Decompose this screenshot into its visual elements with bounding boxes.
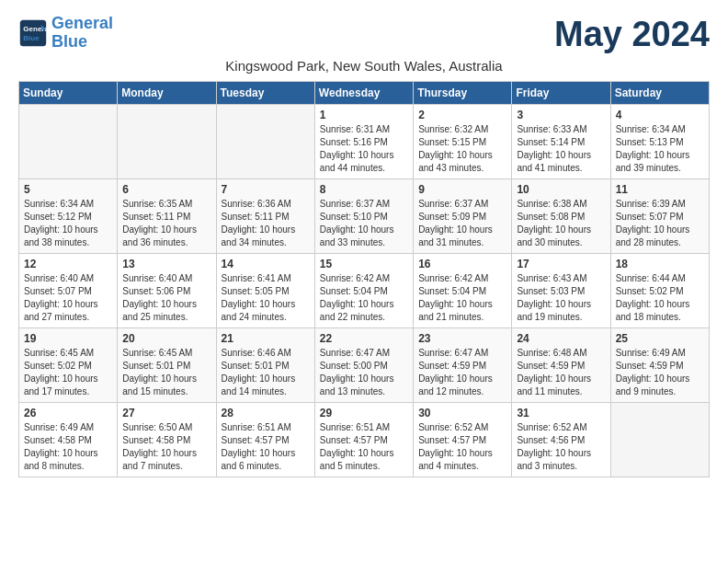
week-row-2: 5Sunrise: 6:34 AM Sunset: 5:12 PM Daylig… [19,179,710,254]
header: General Blue General Blue May 2024 [18,15,710,54]
day-number: 9 [418,183,506,196]
day-info: Sunrise: 6:35 AM Sunset: 5:11 PM Dayligh… [122,198,210,249]
day-number: 2 [418,109,506,121]
day-number: 10 [517,183,605,196]
header-row: SundayMondayTuesdayWednesdayThursdayFrid… [19,82,710,105]
day-info: Sunrise: 6:37 AM Sunset: 5:10 PM Dayligh… [320,198,408,249]
day-cell [216,105,314,179]
day-info: Sunrise: 6:43 AM Sunset: 5:03 PM Dayligh… [517,272,605,324]
day-cell: 7Sunrise: 6:36 AM Sunset: 5:11 PM Daylig… [216,179,314,254]
day-number: 31 [517,407,605,419]
day-cell: 31Sunrise: 6:52 AM Sunset: 4:56 PM Dayli… [512,403,610,477]
day-info: Sunrise: 6:41 AM Sunset: 5:05 PM Dayligh… [222,272,310,324]
day-number: 26 [24,407,112,419]
day-number: 22 [320,332,408,345]
day-cell: 3Sunrise: 6:33 AM Sunset: 5:14 PM Daylig… [512,105,610,179]
day-cell: 18Sunrise: 6:44 AM Sunset: 5:02 PM Dayli… [610,254,709,328]
day-cell: 26Sunrise: 6:49 AM Sunset: 4:58 PM Dayli… [19,403,118,477]
day-cell: 14Sunrise: 6:41 AM Sunset: 5:05 PM Dayli… [216,254,314,328]
day-info: Sunrise: 6:52 AM Sunset: 4:56 PM Dayligh… [517,421,605,473]
day-number: 16 [418,258,506,270]
day-info: Sunrise: 6:45 AM Sunset: 5:01 PM Dayligh… [122,347,210,398]
day-number: 12 [24,258,112,270]
day-cell: 16Sunrise: 6:42 AM Sunset: 5:04 PM Dayli… [414,254,512,328]
day-cell: 24Sunrise: 6:48 AM Sunset: 4:59 PM Dayli… [512,328,610,403]
day-cell: 15Sunrise: 6:42 AM Sunset: 5:04 PM Dayli… [314,254,413,328]
calendar-title: May 2024 [554,15,710,54]
day-number: 21 [222,332,310,345]
day-cell: 4Sunrise: 6:34 AM Sunset: 5:13 PM Daylig… [610,105,709,179]
day-cell: 20Sunrise: 6:45 AM Sunset: 5:01 PM Dayli… [118,328,216,403]
day-cell: 22Sunrise: 6:47 AM Sunset: 5:00 PM Dayli… [314,328,413,403]
header-saturday: Saturday [610,82,709,105]
day-number: 3 [517,109,605,121]
day-info: Sunrise: 6:37 AM Sunset: 5:09 PM Dayligh… [418,198,506,249]
day-number: 24 [517,332,605,345]
week-row-5: 26Sunrise: 6:49 AM Sunset: 4:58 PM Dayli… [19,403,710,477]
page-container: General Blue General Blue May 2024 Kings… [18,15,710,477]
day-number: 8 [320,183,408,196]
day-number: 17 [517,258,605,270]
location-subtitle: Kingswood Park, New South Wales, Austral… [18,58,710,74]
day-number: 1 [320,109,408,121]
day-info: Sunrise: 6:39 AM Sunset: 5:07 PM Dayligh… [616,198,704,249]
day-cell: 10Sunrise: 6:38 AM Sunset: 5:08 PM Dayli… [512,179,610,254]
day-cell: 13Sunrise: 6:40 AM Sunset: 5:06 PM Dayli… [118,254,216,328]
day-number: 20 [122,332,210,345]
day-info: Sunrise: 6:32 AM Sunset: 5:15 PM Dayligh… [418,123,506,175]
header-thursday: Thursday [414,82,512,105]
day-info: Sunrise: 6:42 AM Sunset: 5:04 PM Dayligh… [418,272,506,324]
week-row-3: 12Sunrise: 6:40 AM Sunset: 5:07 PM Dayli… [19,254,710,328]
day-info: Sunrise: 6:48 AM Sunset: 4:59 PM Dayligh… [517,347,605,398]
header-wednesday: Wednesday [314,82,413,105]
day-cell: 11Sunrise: 6:39 AM Sunset: 5:07 PM Dayli… [610,179,709,254]
day-cell: 25Sunrise: 6:49 AM Sunset: 4:59 PM Dayli… [610,328,709,403]
day-cell [118,105,216,179]
day-info: Sunrise: 6:47 AM Sunset: 4:59 PM Dayligh… [418,347,506,398]
day-cell: 5Sunrise: 6:34 AM Sunset: 5:12 PM Daylig… [19,179,118,254]
day-number: 29 [320,407,408,419]
week-row-1: 1Sunrise: 6:31 AM Sunset: 5:16 PM Daylig… [19,105,710,179]
day-info: Sunrise: 6:50 AM Sunset: 4:58 PM Dayligh… [122,421,210,473]
day-info: Sunrise: 6:45 AM Sunset: 5:02 PM Dayligh… [24,347,112,398]
day-cell: 12Sunrise: 6:40 AM Sunset: 5:07 PM Dayli… [19,254,118,328]
day-cell: 30Sunrise: 6:52 AM Sunset: 4:57 PM Dayli… [414,403,512,477]
day-info: Sunrise: 6:38 AM Sunset: 5:08 PM Dayligh… [517,198,605,249]
calendar-table: SundayMondayTuesdayWednesdayThursdayFrid… [18,81,710,477]
day-info: Sunrise: 6:34 AM Sunset: 5:13 PM Dayligh… [616,123,704,175]
day-info: Sunrise: 6:31 AM Sunset: 5:16 PM Dayligh… [320,123,408,175]
day-number: 13 [122,258,210,270]
day-number: 5 [24,183,112,196]
day-number: 19 [24,332,112,345]
day-info: Sunrise: 6:42 AM Sunset: 5:04 PM Dayligh… [320,272,408,324]
day-info: Sunrise: 6:49 AM Sunset: 4:59 PM Dayligh… [616,347,704,398]
day-cell: 29Sunrise: 6:51 AM Sunset: 4:57 PM Dayli… [314,403,413,477]
logo-text: General Blue [51,15,113,52]
day-number: 15 [320,258,408,270]
day-info: Sunrise: 6:49 AM Sunset: 4:58 PM Dayligh… [24,421,112,473]
logo: General Blue General Blue [18,15,113,52]
header-friday: Friday [512,82,610,105]
day-info: Sunrise: 6:40 AM Sunset: 5:07 PM Dayligh… [24,272,112,324]
day-cell: 17Sunrise: 6:43 AM Sunset: 5:03 PM Dayli… [512,254,610,328]
day-cell: 1Sunrise: 6:31 AM Sunset: 5:16 PM Daylig… [314,105,413,179]
day-cell: 19Sunrise: 6:45 AM Sunset: 5:02 PM Dayli… [19,328,118,403]
day-cell: 9Sunrise: 6:37 AM Sunset: 5:09 PM Daylig… [414,179,512,254]
header-sunday: Sunday [19,82,118,105]
day-info: Sunrise: 6:51 AM Sunset: 4:57 PM Dayligh… [222,421,310,473]
day-cell: 2Sunrise: 6:32 AM Sunset: 5:15 PM Daylig… [414,105,512,179]
day-info: Sunrise: 6:46 AM Sunset: 5:01 PM Dayligh… [222,347,310,398]
day-cell: 21Sunrise: 6:46 AM Sunset: 5:01 PM Dayli… [216,328,314,403]
day-number: 11 [616,183,704,196]
header-monday: Monday [118,82,216,105]
day-number: 27 [122,407,210,419]
day-info: Sunrise: 6:33 AM Sunset: 5:14 PM Dayligh… [517,123,605,175]
day-info: Sunrise: 6:52 AM Sunset: 4:57 PM Dayligh… [418,421,506,473]
day-number: 6 [122,183,210,196]
day-cell: 8Sunrise: 6:37 AM Sunset: 5:10 PM Daylig… [314,179,413,254]
day-number: 25 [616,332,704,345]
header-tuesday: Tuesday [216,82,314,105]
svg-text:Blue: Blue [23,34,40,42]
day-info: Sunrise: 6:51 AM Sunset: 4:57 PM Dayligh… [320,421,408,473]
day-info: Sunrise: 6:40 AM Sunset: 5:06 PM Dayligh… [122,272,210,324]
